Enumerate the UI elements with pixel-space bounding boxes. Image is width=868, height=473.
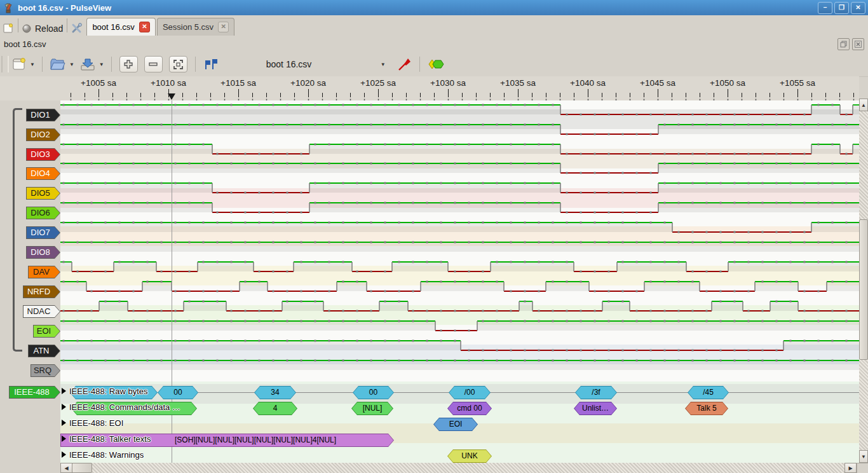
toolbar-handle[interactable]	[1, 56, 9, 72]
zoom-in-button[interactable]	[119, 56, 138, 72]
new-session-button[interactable]: ▼	[9, 55, 37, 73]
decoder-row-label[interactable]: IEEE-488: Warnings	[62, 450, 144, 460]
separator	[42, 57, 43, 72]
new-view-button[interactable]	[3, 23, 14, 34]
channel-tag-ndac[interactable]: NDAC	[23, 305, 60, 318]
channel-tag-ieee-488[interactable]: IEEE-488	[9, 386, 60, 399]
title-bar[interactable]: boot 16.csv - PulseView – ❐ ✕	[0, 0, 868, 15]
channel-group-bracket[interactable]	[13, 108, 22, 352]
zoom-out-button[interactable]	[144, 56, 163, 72]
show-cursors-button[interactable]	[200, 55, 222, 73]
reload-label: Reload	[35, 24, 63, 34]
dropdown-arrow-icon: ▼	[381, 62, 386, 67]
open-folder-icon	[50, 57, 66, 72]
channel-tag-atn[interactable]: ATN	[28, 345, 60, 357]
wrench-icon	[71, 22, 83, 34]
close-view-button[interactable]	[852, 38, 864, 50]
decoder-annotation[interactable]: /00	[449, 386, 491, 399]
tab-close-icon[interactable]: ✕	[218, 22, 229, 32]
app-icon	[3, 2, 14, 13]
channel-tag-dav[interactable]: DAV	[28, 266, 60, 278]
decoder-annotation[interactable]: 00	[353, 386, 394, 399]
expand-arrow-icon[interactable]	[62, 435, 66, 442]
channel-tag-dio7[interactable]: DIO7	[26, 226, 60, 239]
annotation-layer: 00 34 00 /00	[60, 100, 859, 463]
decoder-annotation[interactable]: [NUL]	[351, 402, 393, 415]
settings-button[interactable]	[71, 22, 83, 34]
horizontal-scrollbar[interactable]: ◀ ▶	[60, 463, 857, 473]
expand-arrow-icon[interactable]	[62, 420, 66, 426]
decoder-row-label[interactable]: IEEE-488: Talker texts	[62, 434, 151, 444]
dropdown-arrow-icon: ▼	[99, 62, 104, 67]
ruler-label: +1020 sa	[290, 78, 326, 88]
vertical-scrollbar[interactable]: ▲ ▼	[859, 99, 868, 463]
tab-boot16[interactable]: boot 16.csv ✕	[86, 18, 156, 36]
decoder-annotation[interactable]: 4	[253, 402, 297, 415]
decoder-annotation[interactable]: /45	[688, 386, 729, 399]
trace-view[interactable]: 00 34 00 /00	[60, 100, 859, 463]
float-view-button[interactable]	[837, 38, 850, 50]
add-decoder-button[interactable]	[424, 55, 447, 73]
scroll-left-icon[interactable]: ◀	[60, 463, 72, 473]
decoder-annotation[interactable]: cmd 00	[447, 402, 492, 415]
ruler-label: +1010 sa	[151, 78, 186, 88]
channel-tag-dio3[interactable]: DIO3	[26, 148, 60, 161]
window-title: boot 16.csv - PulseView	[18, 3, 111, 13]
expand-arrow-icon[interactable]	[62, 404, 66, 410]
channel-tag-nrfd[interactable]: NRFD	[23, 285, 60, 298]
zoom-fit-button[interactable]	[169, 56, 187, 72]
tab-session5[interactable]: Session 5.csv ✕	[157, 18, 234, 36]
channel-label-panel: DIO1 DIO2 DIO3 DIO4 DIO5	[0, 100, 60, 473]
cursor-flags-icon	[203, 57, 219, 72]
minimize-button[interactable]: –	[818, 2, 832, 14]
tab-close-icon[interactable]: ✕	[139, 22, 150, 32]
ruler-label: +1030 sa	[430, 78, 466, 88]
dropdown-arrow-icon: ▼	[30, 62, 35, 67]
decoder-row-label[interactable]: IEEE-488: Commands/data …	[62, 402, 180, 412]
decoder-annotation[interactable]: Unlist…	[574, 402, 617, 415]
zoom-out-icon	[149, 60, 158, 69]
save-icon	[79, 57, 96, 72]
save-file-button[interactable]: ▼	[77, 55, 107, 73]
decoder-row-label[interactable]: IEEE-488: EOI	[62, 418, 123, 428]
ruler-label: +1050 sa	[710, 78, 745, 88]
decoder-annotation[interactable]: UNK	[447, 449, 492, 463]
scroll-up-icon[interactable]: ▲	[859, 99, 868, 111]
decoder-annotation[interactable]: EOI	[433, 418, 478, 431]
open-file-button[interactable]: ▼	[47, 55, 77, 73]
view-title-bar[interactable]: boot 16.csv	[0, 36, 868, 53]
channel-tag-eoi[interactable]: EOI	[33, 325, 60, 338]
channel-tag-dio5[interactable]: DIO5	[26, 187, 60, 200]
decoder-annotation[interactable]: 34	[254, 386, 296, 399]
vertical-scroll-thumb[interactable]	[859, 219, 868, 360]
close-button[interactable]: ✕	[851, 2, 865, 14]
horizontal-scroll-thumb[interactable]	[72, 463, 92, 473]
channel-tag-srq[interactable]: SRQ	[31, 364, 60, 377]
channel-tag-dio8[interactable]: DIO8	[26, 246, 60, 259]
ruler-label: +1015 sa	[220, 78, 256, 88]
new-session-icon	[11, 57, 27, 72]
reload-button[interactable]: Reload	[22, 24, 63, 34]
close-icon	[855, 41, 862, 48]
restore-icon	[840, 41, 847, 48]
channel-tag-dio2[interactable]: DIO2	[26, 128, 60, 141]
probe-setup-button[interactable]	[395, 55, 415, 73]
channel-tag-dio6[interactable]: DIO6	[26, 207, 60, 219]
session-select[interactable]: boot 16.csv ▼	[266, 59, 386, 69]
channel-tag-dio1[interactable]: DIO1	[26, 109, 60, 121]
maximize-button[interactable]: ❐	[834, 2, 849, 14]
scroll-right-icon[interactable]: ▶	[844, 463, 857, 473]
scroll-down-icon[interactable]: ▼	[859, 450, 868, 463]
zoom-in-icon	[124, 60, 133, 69]
decoder-annotation[interactable]: /3f	[575, 386, 617, 399]
expand-arrow-icon[interactable]	[62, 388, 66, 394]
decoder-row-label[interactable]: IEEE-488: Raw bytes	[62, 387, 148, 396]
separator	[195, 57, 196, 72]
time-ruler[interactable]: +1005 sa+1010 sa+1015 sa+1020 sa+1025 sa…	[0, 76, 859, 100]
pulseview-window: boot 16.csv - PulseView – ❐ ✕ Reload	[0, 0, 868, 473]
decoder-annotation[interactable]: 00	[158, 386, 198, 399]
channel-tag-dio4[interactable]: DIO4	[26, 167, 60, 180]
expand-arrow-icon[interactable]	[62, 451, 66, 458]
decoder-annotation[interactable]: Talk 5	[685, 402, 728, 415]
ruler-label: +1005 sa	[81, 78, 116, 88]
